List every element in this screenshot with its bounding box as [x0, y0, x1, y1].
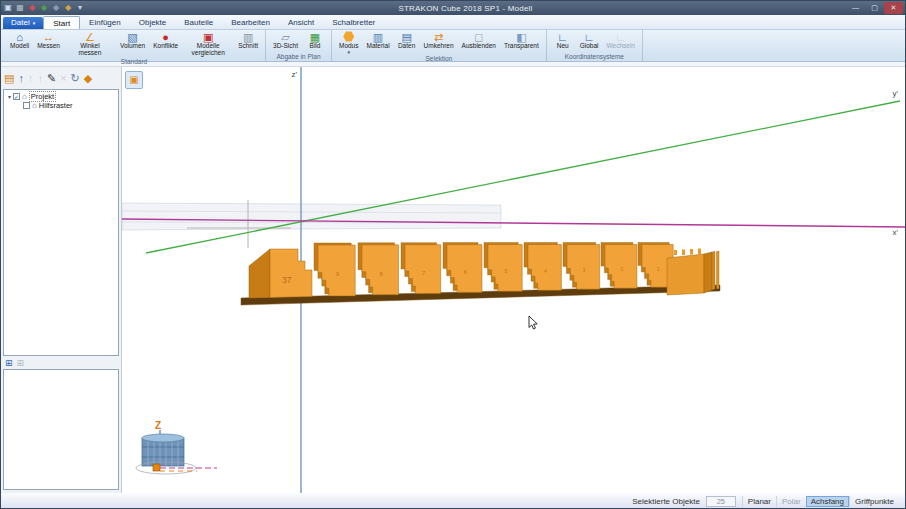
ribbon-group-standard: ⌂Modell↔Messen∠Winkel messen▧Volumen●Kon…	[3, 30, 266, 61]
detail-list-panel[interactable]	[3, 369, 119, 490]
add-item-2-icon[interactable]: ⊞	[17, 358, 25, 368]
ribbon-button-umkehren[interactable]: ⇄Umkehren	[420, 31, 458, 50]
tab-objekte[interactable]: Objekte	[130, 16, 176, 29]
model-panel[interactable]: 9	[314, 243, 355, 296]
end-fin	[717, 251, 720, 289]
ribbon-button-global[interactable]: ∟Global	[576, 31, 603, 50]
ribbon-button-label: Neu	[557, 43, 569, 50]
ribbon-button-transparent[interactable]: ◧Transparent	[500, 31, 543, 50]
tab-ansicht[interactable]: Ansicht	[279, 16, 323, 29]
ribbon-group-name: Selektion	[335, 54, 543, 63]
ribbon-button-messen[interactable]: ↔Messen	[33, 31, 64, 50]
add-item-icon[interactable]: ⊞	[5, 358, 13, 368]
model-panels[interactable]: 987654321	[314, 243, 673, 296]
tree-item-hilfsraster[interactable]: ⌂Hilfsraster	[4, 101, 118, 110]
x-axis-label: x'	[892, 228, 898, 237]
edit-icon[interactable]: ✎	[47, 72, 56, 84]
ribbon-button-ausblenden[interactable]: ◻Ausblenden	[458, 31, 500, 50]
ribbon-button-wechseln[interactable]: ∟Wechseln	[603, 31, 639, 50]
ribbon-button-label: Ausblenden	[462, 43, 496, 50]
ribbon-button-daten[interactable]: ▤Daten	[394, 31, 420, 50]
ribbon-button-bild[interactable]: ▦Bild	[302, 31, 328, 50]
model-panel[interactable]: 8	[358, 243, 399, 295]
model-end-block[interactable]	[667, 249, 719, 296]
tab-schalbretter[interactable]: Schalbretter	[323, 16, 384, 29]
snap-mode-planar[interactable]: Planar	[742, 496, 776, 507]
ribbon-button-label: Winkel messen	[68, 43, 112, 57]
ucs-z-label: Z	[155, 420, 161, 431]
ribbon-button-label: Volumen	[120, 43, 145, 50]
options-icon[interactable]: ◆	[63, 3, 73, 13]
pin-panel-icon[interactable]: ◆	[84, 72, 92, 84]
selected-objects-label: Selektierte Objekte	[632, 497, 700, 506]
model-panel[interactable]: 3	[563, 243, 600, 290]
close-button[interactable]: ✕	[884, 2, 903, 14]
3d-scene[interactable]: z' y' x' 37 987654321	[122, 67, 906, 493]
ribbon-button-winkel-messen[interactable]: ∠Winkel messen	[64, 31, 116, 57]
end-fin	[712, 252, 715, 291]
delete-icon[interactable]: ×	[60, 72, 66, 84]
undo-icon[interactable]: ◆	[27, 3, 37, 13]
maximize-button[interactable]: ▢	[865, 2, 884, 14]
ribbon-button-konflikte[interactable]: ●Konflikte	[149, 31, 182, 50]
move-up-icon[interactable]: ↑	[18, 72, 24, 84]
ribbon-button-modell[interactable]: ⌂Modell	[6, 31, 33, 50]
tree-item-checkbox[interactable]: ✓	[13, 93, 20, 100]
window-title: STRAKON Cube 2018 SP1 - Modell	[85, 4, 846, 13]
secondary-toolbar: ⊞⊞	[1, 356, 28, 369]
minimize-button[interactable]: —	[846, 2, 865, 14]
panel-number-label: 2	[620, 266, 623, 272]
ribbon-button-schnitt[interactable]: ▥Schnitt	[234, 31, 262, 50]
viewport-tool-button[interactable]: ▣	[125, 71, 143, 89]
qat-dropdown-icon[interactable]: ▾	[75, 3, 85, 13]
move-up-2-icon[interactable]: ↑	[28, 72, 34, 84]
project-tree[interactable]: ▾✓⌂Projekt⌂Hilfsraster	[3, 89, 119, 356]
ribbon-button-neu[interactable]: ∟Neu	[550, 31, 576, 50]
3d-viewport[interactable]: z' y' x' 37 987654321	[122, 67, 905, 493]
y-axis-label: y'	[892, 89, 898, 98]
ribbon-button-volumen[interactable]: ▧Volumen	[116, 31, 149, 50]
redo-icon[interactable]: ◆	[39, 3, 49, 13]
ribbon-button-3d-sicht[interactable]: ▱3D-Sicht	[269, 31, 302, 50]
model-panel[interactable]: 5	[484, 243, 522, 292]
panel-number-label: 7	[422, 270, 425, 276]
model-panel-main[interactable]: 37	[249, 249, 312, 298]
ribbon-button-material[interactable]: ▥Material	[362, 31, 393, 50]
status-bar: Selektierte Objekte 25 PlanarPolarAchsfa…	[1, 493, 905, 509]
tool-icon[interactable]: ◆	[51, 3, 61, 13]
tab-einfügen[interactable]: Einfügen	[80, 16, 130, 29]
panel-number-label: 5	[505, 268, 508, 274]
refresh-icon[interactable]: ↻	[71, 72, 80, 84]
app-window: ▣▦◆◆◆◆▾ STRAKON Cube 2018 SP1 - Modell —…	[0, 0, 906, 509]
model-panel[interactable]: 6	[443, 243, 482, 293]
app-icon[interactable]: ▣	[3, 3, 13, 13]
save-icon[interactable]: ▦	[15, 3, 25, 13]
ribbon-group-name: Koordinatensysteme	[550, 52, 639, 61]
model-panel[interactable]: 7	[401, 243, 441, 294]
expander-icon[interactable]: ▾	[6, 93, 13, 100]
panel-front-face	[270, 249, 312, 298]
file-menu-button[interactable]: Datei ▾	[3, 17, 43, 29]
tree-item-checkbox[interactable]	[23, 102, 30, 109]
ribbon-button-modelle-vergleichen[interactable]: ▣Modelle vergleichen	[182, 31, 234, 57]
snap-mode-polar[interactable]: Polar	[776, 496, 806, 507]
tab-bauteile[interactable]: Bauteile	[175, 16, 222, 29]
model-panel[interactable]: 4	[524, 243, 561, 291]
tab-bearbeiten[interactable]: Bearbeiten	[222, 16, 279, 29]
chevron-down-icon: ▾	[33, 20, 36, 26]
snap-mode-griffpunkte[interactable]: Griffpunkte	[849, 496, 899, 507]
move-up-3-icon[interactable]: ↑	[37, 72, 43, 84]
title-bar: ▣▦◆◆◆◆▾ STRAKON Cube 2018 SP1 - Modell —…	[1, 1, 905, 15]
snap-mode-achsfang[interactable]: Achsfang	[806, 496, 849, 507]
tree-item-projekt[interactable]: ▾✓⌂Projekt	[4, 92, 118, 101]
ribbon-button-label: Modelle vergleichen	[186, 43, 230, 57]
end-fin-tab	[674, 250, 677, 255]
z-axis-label: z'	[291, 70, 297, 79]
tab-start[interactable]: Start	[43, 16, 80, 29]
organize-icon[interactable]: ▤	[4, 72, 14, 84]
ribbon-button-label: Material	[366, 43, 389, 50]
model-panel[interactable]: 2	[601, 243, 637, 289]
ribbon-group-name: Standard	[6, 57, 262, 66]
ribbon-button-modus[interactable]: Modus▾	[335, 31, 363, 54]
ucs-origin-cube	[153, 464, 160, 471]
